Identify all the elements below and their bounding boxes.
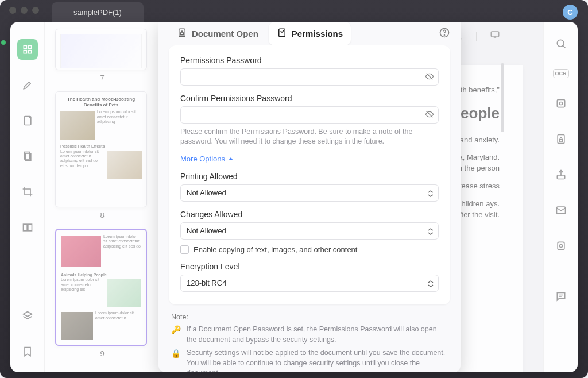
avatar[interactable]: C xyxy=(563,5,578,20)
encryption-level-label: Encryption Level xyxy=(180,262,439,271)
permissions-password-input[interactable] xyxy=(180,68,439,86)
traffic-close[interactable] xyxy=(9,7,16,14)
confirm-password-label: Confirm Permissions Password xyxy=(180,94,439,103)
lock-doc-icon xyxy=(177,28,187,40)
changes-allowed-select[interactable]: Not Allowed xyxy=(180,222,439,240)
more-options-toggle[interactable]: More Options xyxy=(180,155,233,163)
printing-allowed-select[interactable]: Not Allowed xyxy=(180,184,439,202)
lock-icon: 🔒 xyxy=(171,348,181,372)
traffic-zoom[interactable] xyxy=(32,7,39,14)
enable-copy-checkbox[interactable]: Enable copying of text, images, and othe… xyxy=(180,245,439,254)
encryption-level-select[interactable]: 128-bit RC4 xyxy=(180,275,439,292)
note-heading: Note: xyxy=(171,313,448,323)
chevron-up-icon xyxy=(229,157,233,160)
eye-icon[interactable] xyxy=(425,110,434,121)
changes-allowed-label: Changes Allowed xyxy=(180,210,439,219)
tab-document-open[interactable]: Document Open xyxy=(169,22,266,45)
note-text: Security settings will not be applied to… xyxy=(187,348,448,372)
window-title-tab[interactable]: samplePDF(1) xyxy=(52,2,144,22)
tab-permissions[interactable]: Permissions xyxy=(269,22,351,45)
eye-icon[interactable] xyxy=(425,72,434,83)
accent-indicator xyxy=(1,40,6,45)
help-icon[interactable] xyxy=(439,27,450,41)
traffic-minimize[interactable] xyxy=(21,7,28,14)
svg-rect-20 xyxy=(181,33,184,35)
security-dialog: Document Open Permissions Permissions Pa… xyxy=(158,22,461,372)
permissions-password-label: Permissions Password xyxy=(180,56,439,65)
printing-allowed-label: Printing Allowed xyxy=(180,172,439,181)
svg-point-23 xyxy=(444,34,445,35)
key-icon: 🔑 xyxy=(171,325,181,345)
confirm-hint: Please confirm the Permissions Password.… xyxy=(180,127,439,146)
permissions-icon xyxy=(277,28,287,40)
note-text: If a Document Open Password is set, the … xyxy=(187,325,448,345)
confirm-password-input[interactable] xyxy=(180,106,439,124)
